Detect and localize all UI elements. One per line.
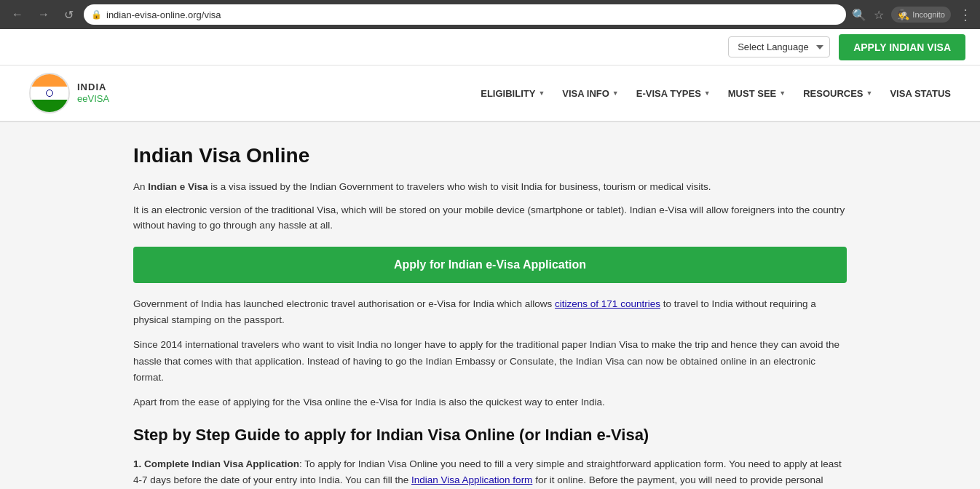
resources-arrow-icon: ▼ [866, 90, 873, 97]
logo-area: INDIA eeVISA [29, 73, 109, 114]
main-nav: ELIGIBILITY ▼ VISA INFO ▼ E-VISA TYPES ▼… [481, 88, 951, 99]
nav-evisa-types[interactable]: E-VISA TYPES ▼ [636, 88, 711, 99]
nav-visa-status[interactable]: VISA STATUS [890, 88, 951, 99]
evisa-types-arrow-icon: ▼ [704, 90, 711, 97]
incognito-label: Incognito [912, 10, 945, 19]
india-flag [31, 74, 68, 112]
forward-button[interactable]: → [33, 5, 54, 24]
content-inner: Indian Visa Online An Indian e Visa is a… [104, 122, 876, 489]
logo-visa-text: eVISA [82, 93, 109, 104]
intro-paragraph-1: An Indian e Visa is a visa issued by the… [133, 179, 847, 195]
intro-p1-post: is a visa issued by the Indian Governmen… [208, 181, 711, 192]
page-content: Indian Visa Online An Indian e Visa is a… [0, 122, 980, 489]
nav-eligibility[interactable]: ELIGIBILITY ▼ [481, 88, 545, 99]
flag-green [31, 100, 68, 112]
browser-chrome: ← → ↺ 🔒 indian-evisa-online.org/visa 🔍 ☆… [0, 0, 980, 29]
green-apply-button[interactable]: Apply for Indian e-Visa Application [133, 247, 847, 283]
must-see-arrow-icon: ▼ [779, 90, 786, 97]
nav-visa-info-label: VISA INFO [562, 88, 609, 99]
reload-button[interactable]: ↺ [60, 5, 78, 25]
incognito-icon: 🕵 [897, 9, 909, 20]
nav-visa-info[interactable]: VISA INFO ▼ [562, 88, 618, 99]
apply-indian-visa-button[interactable]: APPLY INDIAN VISA [839, 34, 965, 60]
page-title: Indian Visa Online [133, 144, 847, 167]
step-1: 1. Complete Indian Visa Application: To … [133, 456, 847, 489]
intro-p1-pre: An [133, 181, 148, 192]
eligibility-arrow-icon: ▼ [538, 90, 545, 97]
nav-evisa-types-label: E-VISA TYPES [636, 88, 701, 99]
citizens-171-link[interactable]: citizens of 171 countries [555, 298, 660, 309]
url-bar[interactable]: 🔒 indian-evisa-online.org/visa [84, 4, 846, 25]
step-1-num: 1. [133, 458, 144, 469]
step-1-title: Complete Indian Visa Application [144, 458, 299, 469]
browser-actions: 🔍 ☆ 🕵 Incognito ⋮ [852, 6, 973, 23]
body-p1-pre: Government of India has launched electro… [133, 298, 555, 309]
nav-must-see-label: MUST SEE [728, 88, 776, 99]
section-title: Step by Step Guide to apply for Indian V… [133, 425, 847, 446]
body-paragraph-1: Government of India has launched electro… [133, 296, 847, 329]
flag-white [31, 87, 68, 99]
main-header: INDIA eeVISA ELIGIBILITY ▼ VISA INFO ▼ E… [0, 65, 980, 122]
utility-bar: Select Language English French German Sp… [0, 29, 980, 65]
search-icon[interactable]: 🔍 [852, 8, 866, 22]
url-text: indian-evisa-online.org/visa [106, 9, 221, 20]
language-select[interactable]: Select Language English French German Sp… [728, 36, 830, 57]
flag-saffron [31, 74, 68, 87]
body-paragraph-2: Since 2014 international travelers who w… [133, 337, 847, 386]
nav-must-see[interactable]: MUST SEE ▼ [728, 88, 786, 99]
incognito-badge: 🕵 Incognito [891, 7, 951, 23]
body-paragraph-3: Apart from the ease of applying for the … [133, 394, 847, 410]
logo-text: INDIA eeVISA [77, 82, 109, 104]
indian-e-visa-bold: Indian e Visa [148, 181, 208, 192]
url-icon: 🔒 [91, 9, 102, 20]
ashoka-wheel [46, 90, 53, 97]
nav-eligibility-label: ELIGIBILITY [481, 88, 535, 99]
logo-india-text: INDIA [77, 82, 109, 93]
nav-resources[interactable]: RESOURCES ▼ [803, 88, 872, 99]
intro-paragraph-2: It is an electronic version of the tradi… [133, 202, 847, 234]
visa-info-arrow-icon: ▼ [612, 90, 619, 97]
logo-evisa-text: eeVISA [77, 93, 109, 105]
back-button[interactable]: ← [7, 5, 28, 24]
star-icon[interactable]: ☆ [874, 8, 884, 22]
logo-circle [29, 73, 70, 114]
nav-resources-label: RESOURCES [803, 88, 863, 99]
nav-visa-status-label: VISA STATUS [890, 88, 951, 99]
browser-menu-icon[interactable]: ⋮ [958, 6, 973, 23]
visa-application-form-link[interactable]: Indian Visa Application form [411, 474, 532, 485]
